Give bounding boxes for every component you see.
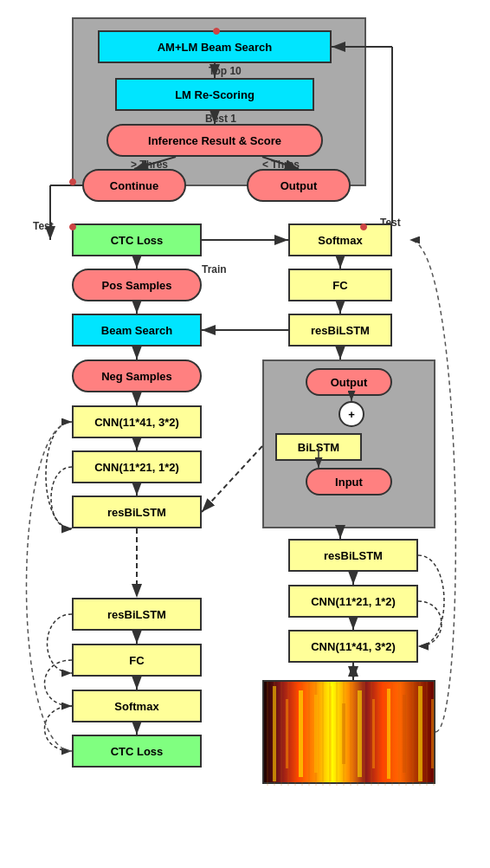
best1-label: Best 1 bbox=[205, 113, 236, 125]
spectrogram bbox=[262, 680, 435, 784]
svg-rect-5 bbox=[314, 695, 318, 773]
resbilstm-right-bottom-node: resBiLSTM bbox=[288, 539, 418, 572]
softmax-top-node: Softmax bbox=[288, 223, 392, 256]
resbilstm-left-bottom-node: resBiLSTM bbox=[72, 598, 202, 631]
train-label: Train bbox=[202, 263, 227, 275]
svg-rect-9 bbox=[372, 699, 375, 768]
resbilstm-top-right-label: resBiLSTM bbox=[311, 324, 370, 337]
conn-dot-2 bbox=[69, 178, 76, 185]
softmax-top-label: Softmax bbox=[318, 234, 362, 247]
cnn-1121-left-label: CNN(11*21, 1*2) bbox=[94, 461, 179, 474]
cnn-1121-right-node: CNN(11*21, 1*2) bbox=[288, 585, 418, 618]
conn-dot-3 bbox=[69, 223, 76, 230]
lm-rescoring-label: LM Re-Scoring bbox=[175, 88, 255, 101]
input-inner-label: Input bbox=[335, 476, 363, 489]
plus-inner-label: + bbox=[348, 408, 355, 421]
svg-rect-13 bbox=[431, 699, 434, 768]
output-inner-node: Output bbox=[306, 368, 392, 396]
am-lm-beam-label: AM+LM Beam Search bbox=[158, 41, 273, 54]
cnn-1141-left-node: CNN(11*41, 3*2) bbox=[72, 405, 202, 438]
resbilstm-left-top-label: resBiLSTM bbox=[107, 506, 166, 519]
resbilstm-right-bottom-label: resBiLSTM bbox=[324, 549, 383, 562]
svg-rect-3 bbox=[286, 699, 288, 768]
continue-node: Continue bbox=[82, 169, 186, 202]
output-inner-label: Output bbox=[331, 376, 368, 389]
inference-result-label: Inference Result & Score bbox=[148, 134, 281, 147]
svg-rect-1 bbox=[264, 682, 437, 786]
svg-rect-10 bbox=[387, 689, 390, 779]
test-left-label: Test bbox=[33, 220, 54, 232]
cnn-1141-right-node: CNN(11*41, 3*2) bbox=[288, 630, 418, 663]
resbilstm-left-bottom-label: resBiLSTM bbox=[107, 608, 166, 621]
beam-search-label: Beam Search bbox=[101, 324, 172, 337]
plus-inner-node: + bbox=[338, 401, 364, 427]
svg-rect-6 bbox=[329, 686, 332, 781]
fc-left-label: FC bbox=[129, 654, 144, 667]
am-lm-beam-node: AM+LM Beam Search bbox=[98, 30, 332, 63]
svg-rect-8 bbox=[358, 690, 362, 777]
pos-samples-node: Pos Samples bbox=[72, 269, 202, 301]
svg-rect-11 bbox=[403, 695, 406, 773]
svg-rect-12 bbox=[418, 686, 422, 781]
resbilstm-left-top-node: resBiLSTM bbox=[72, 496, 202, 528]
conn-dot-1 bbox=[213, 28, 220, 35]
ctc-loss-bottom-label: CTC Loss bbox=[111, 745, 164, 758]
fc-top-node: FC bbox=[288, 269, 392, 301]
bilstm-inner-label: BiLSTM bbox=[298, 441, 339, 454]
bilstm-inner-node: BiLSTM bbox=[275, 433, 362, 461]
beam-search-node: Beam Search bbox=[72, 314, 202, 347]
output-top-label: Output bbox=[280, 179, 318, 192]
lm-rescoring-node: LM Re-Scoring bbox=[115, 78, 314, 111]
ctc-loss-bottom-node: CTC Loss bbox=[72, 735, 202, 768]
neg-samples-node: Neg Samples bbox=[72, 360, 202, 392]
svg-rect-2 bbox=[273, 686, 276, 781]
top10-label: Top 10 bbox=[209, 65, 242, 77]
svg-rect-7 bbox=[342, 703, 345, 764]
inference-result-node: Inference Result & Score bbox=[106, 124, 323, 157]
output-top-node: Output bbox=[247, 169, 351, 202]
softmax-left-node: Softmax bbox=[72, 690, 202, 722]
softmax-left-label: Softmax bbox=[114, 700, 158, 713]
neg-samples-label: Neg Samples bbox=[101, 370, 172, 383]
cnn-1141-right-label: CNN(11*41, 3*2) bbox=[311, 640, 396, 653]
ctc-loss-top-label: CTC Loss bbox=[111, 234, 164, 247]
resbilstm-top-right-node: resBiLSTM bbox=[288, 314, 392, 347]
input-inner-node: Input bbox=[306, 468, 392, 496]
cnn-1121-left-node: CNN(11*21, 1*2) bbox=[72, 450, 202, 483]
cnn-1121-right-label: CNN(11*21, 1*2) bbox=[311, 595, 396, 608]
pos-samples-label: Pos Samples bbox=[102, 279, 172, 292]
conn-dot-4 bbox=[360, 223, 367, 230]
cnn-1141-left-label: CNN(11*41, 3*2) bbox=[94, 416, 179, 429]
diagram-container: AM+LM Beam Search Top 10 LM Re-Scoring B… bbox=[20, 9, 470, 858]
fc-left-node: FC bbox=[72, 644, 202, 677]
svg-line-38 bbox=[202, 446, 262, 512]
continue-label: Continue bbox=[110, 179, 158, 192]
svg-rect-4 bbox=[299, 690, 303, 777]
ctc-loss-top-node: CTC Loss bbox=[72, 223, 202, 256]
fc-top-label: FC bbox=[332, 279, 347, 292]
